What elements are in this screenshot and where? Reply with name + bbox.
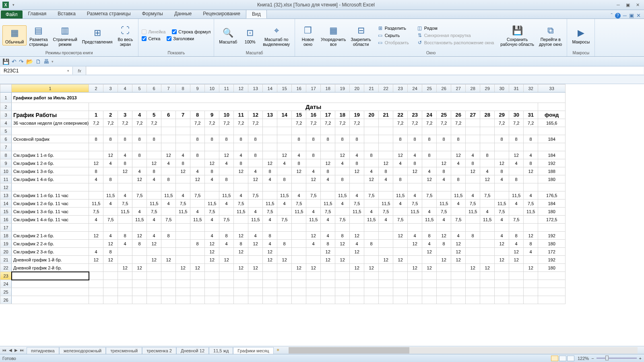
- sheet-tab[interactable]: Графики месяц: [233, 347, 273, 354]
- row-header[interactable]: 2: [0, 103, 12, 111]
- cell[interactable]: 12: [451, 240, 466, 248]
- col-header[interactable]: 17: [306, 84, 321, 93]
- cell[interactable]: [132, 200, 147, 208]
- cell[interactable]: [306, 248, 321, 256]
- cell[interactable]: [509, 280, 524, 288]
- cell[interactable]: 4: [263, 216, 277, 224]
- cell[interactable]: [132, 288, 147, 296]
- cell[interactable]: [466, 256, 480, 264]
- cell[interactable]: [277, 135, 292, 143]
- cell[interactable]: 8: [335, 232, 350, 240]
- cell[interactable]: [219, 143, 234, 151]
- cell[interactable]: [234, 280, 248, 288]
- cell[interactable]: 12: [350, 264, 364, 272]
- cell[interactable]: 4: [161, 159, 176, 167]
- cell[interactable]: [466, 288, 480, 296]
- row-label[interactable]: Дневной график 1-й бр.: [12, 256, 89, 264]
- cell[interactable]: 12: [190, 175, 205, 183]
- row-label[interactable]: [12, 143, 89, 151]
- fund-cell[interactable]: 180: [538, 240, 566, 248]
- cell[interactable]: [321, 296, 335, 304]
- cell[interactable]: 8: [422, 135, 437, 143]
- cell[interactable]: [335, 143, 350, 151]
- cell[interactable]: [495, 191, 509, 200]
- cell[interactable]: [335, 167, 350, 175]
- ribbon-tab-5[interactable]: Рецензирование: [197, 10, 246, 19]
- cell[interactable]: 12: [321, 159, 335, 167]
- cell[interactable]: 12: [292, 167, 306, 175]
- cell[interactable]: [234, 127, 248, 135]
- cell[interactable]: [379, 135, 393, 143]
- page-layout-view-icon[interactable]: [559, 356, 566, 361]
- cell[interactable]: [263, 224, 277, 232]
- cell[interactable]: 4: [306, 208, 321, 216]
- restore-button[interactable]: ▣: [624, 2, 632, 8]
- cell[interactable]: 7,5: [161, 216, 176, 224]
- row-label[interactable]: 36 часовая неделя (для северников): [12, 119, 89, 127]
- cell[interactable]: 4: [147, 216, 161, 224]
- cell[interactable]: [350, 280, 364, 288]
- cell[interactable]: [277, 224, 292, 232]
- cell[interactable]: [147, 288, 161, 296]
- cell[interactable]: [393, 240, 408, 248]
- cell[interactable]: 12: [422, 175, 437, 183]
- normal-view-icon[interactable]: [551, 356, 558, 361]
- fund-cell[interactable]: 184: [538, 200, 566, 208]
- cell[interactable]: 8: [292, 159, 306, 167]
- cell[interactable]: [176, 183, 190, 191]
- cell[interactable]: 4: [422, 208, 437, 216]
- cell[interactable]: [364, 288, 379, 296]
- cell[interactable]: [277, 288, 292, 296]
- cell[interactable]: 4: [509, 200, 524, 208]
- cell[interactable]: 11,5: [393, 191, 408, 200]
- cell[interactable]: [306, 143, 321, 151]
- col-header[interactable]: 10: [205, 84, 219, 93]
- cell[interactable]: [350, 175, 364, 183]
- cell[interactable]: [205, 264, 219, 272]
- col-header[interactable]: 3: [103, 84, 118, 93]
- cell[interactable]: 8: [408, 135, 422, 143]
- cell[interactable]: [466, 143, 480, 151]
- cell[interactable]: 11,5: [480, 216, 495, 224]
- cell[interactable]: 7,5: [118, 200, 132, 208]
- cell[interactable]: [103, 280, 118, 288]
- cell[interactable]: 12: [234, 232, 248, 240]
- cell[interactable]: 8: [379, 167, 393, 175]
- cell[interactable]: 4: [466, 151, 480, 159]
- sheet-tab[interactable]: трехсменный: [106, 347, 142, 354]
- cell[interactable]: [161, 240, 176, 248]
- cell[interactable]: [480, 240, 495, 248]
- cell[interactable]: [190, 256, 205, 264]
- cell[interactable]: 4: [118, 240, 132, 248]
- cell[interactable]: 8: [364, 240, 379, 248]
- cell[interactable]: [234, 256, 248, 264]
- cell[interactable]: [219, 272, 234, 280]
- cell[interactable]: 4: [509, 159, 524, 167]
- ribbon-tab-3[interactable]: Формулы: [136, 10, 169, 19]
- cell[interactable]: 4: [234, 151, 248, 159]
- day-header[interactable]: 6: [161, 111, 176, 119]
- zoom-100-button[interactable]: ⊡100%: [239, 26, 260, 45]
- cell[interactable]: [408, 248, 422, 256]
- cell[interactable]: 7,5: [524, 200, 538, 208]
- cell[interactable]: [103, 224, 118, 232]
- cell[interactable]: [89, 280, 103, 288]
- cell[interactable]: [379, 296, 393, 304]
- cell[interactable]: [350, 224, 364, 232]
- fund-cell[interactable]: 180: [538, 175, 566, 183]
- cell[interactable]: [103, 208, 118, 216]
- zoom-slider[interactable]: [597, 358, 637, 359]
- cell[interactable]: 4: [277, 200, 292, 208]
- cell[interactable]: [408, 256, 422, 264]
- cell[interactable]: [190, 296, 205, 304]
- cell[interactable]: 7,5: [466, 200, 480, 208]
- cell[interactable]: 7,5: [263, 208, 277, 216]
- select-all-corner[interactable]: [0, 84, 12, 93]
- cell[interactable]: 12: [161, 151, 176, 159]
- side-by-side-button[interactable]: ◫Рядом: [415, 25, 496, 31]
- day-header[interactable]: 3: [118, 111, 132, 119]
- cell[interactable]: 4: [451, 200, 466, 208]
- cell[interactable]: [176, 240, 190, 248]
- cell[interactable]: [321, 272, 335, 280]
- day-header[interactable]: 30: [509, 111, 524, 119]
